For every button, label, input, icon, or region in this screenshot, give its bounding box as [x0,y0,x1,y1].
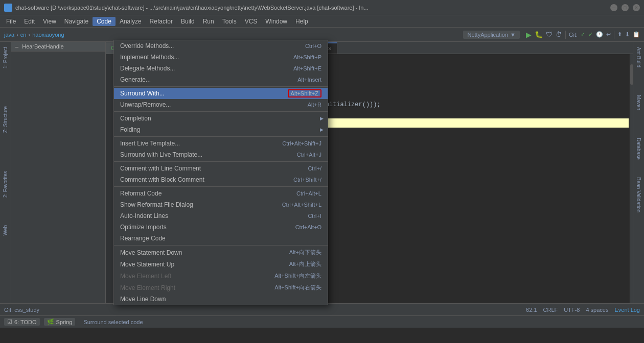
right-tab-antbuild[interactable]: Ant Build [634,44,643,70]
menu-comment-block-shortcut: Ctrl+Shift+/ [293,177,321,183]
todo-icon: ☑ [7,318,12,325]
spring-icon: 🌿 [47,318,54,325]
git-history[interactable]: 🕐 [596,31,603,38]
menu-file[interactable]: File [2,17,20,26]
menu-code[interactable]: Code [93,17,116,26]
line-ending[interactable]: CRLF [543,307,558,313]
menu-move-line-down[interactable]: Move Line Down [114,293,328,305]
window-controls: ─ □ ✕ [610,4,640,11]
menu-edit[interactable]: Edit [20,17,39,26]
menu-insert-live-template[interactable]: Insert Live Template... Ctrl+Alt+Shift+J [114,138,328,149]
breadcrumb-haoxiaoyong[interactable]: haoxiaoyong [32,32,64,38]
status-right: 62:1 CRLF UTF-8 4 spaces Event Log [526,307,640,313]
menu-window[interactable]: Window [261,17,291,26]
spring-tab[interactable]: 🌿 Spring [44,318,76,326]
sidebar-tab-structure[interactable]: Z: Structure [1,103,10,136]
breadcrumb-cn[interactable]: cn [20,32,27,38]
vcs-history[interactable]: 📋 [633,31,640,38]
vcs-pull[interactable]: ⬇ [625,31,630,38]
menu-run[interactable]: Run [199,17,218,26]
tab-close-wsserver[interactable]: ✕ [328,46,332,52]
menu-move-line-down-label: Move Line Down [120,296,321,303]
left-sidebar: 1: Project Z: Structure 2: Favorites Web [0,42,11,303]
menu-folding[interactable]: Folding [114,124,328,135]
menu-optimize-imports[interactable]: Optimize Imports Ctrl+Alt+O [114,222,328,233]
menu-move-statement-down-shortcut: Alt+向下箭头 [289,249,321,256]
menu-move-element-right-shortcut: Alt+Shift+向右箭头 [274,284,321,291]
menu-comment-line[interactable]: Comment with Line Comment Ctrl+/ [114,163,328,174]
git-check1[interactable]: ✓ [581,31,585,38]
sidebar-tab-favorites[interactable]: 2: Favorites [1,168,10,201]
menu-move-element-left-label: Move Element Left [120,273,254,280]
menu-move-statement-down[interactable]: Move Statement Down Alt+向下箭头 [114,247,328,258]
title-bar: chat-software [D:\workspace01\study\chat… [0,0,644,15]
menu-surround-with[interactable]: Surround With... Alt+Shift+Z [114,88,328,99]
menu-generate-label: Generate... [120,76,277,83]
breadcrumb-sep1: › [16,32,18,38]
file-encoding[interactable]: UTF-8 [564,307,580,313]
run-button[interactable]: ▶ [526,31,532,39]
maximize-button[interactable]: □ [622,4,629,11]
breadcrumb-sep2: › [28,32,30,38]
right-tab-beanvalidation[interactable]: Bean Validation [634,174,643,215]
menu-rearrange-code[interactable]: Rearrange Code [114,233,328,244]
profile-button[interactable]: ⏱ [556,31,562,38]
menu-show-reformat-label: Show Reformat File Dialog [120,201,262,208]
dropdown-menu-panel: Override Methods... Ctrl+O Implement Met… [113,40,328,305]
menu-delegate-methods[interactable]: Delegate Methods... Alt+Shift+E [114,63,328,74]
menu-analyze[interactable]: Analyze [116,17,146,26]
menu-implement-methods-label: Implement Methods... [120,54,273,61]
menu-build[interactable]: Build [177,17,199,26]
menu-move-statement-up[interactable]: Move Statement Up Alt+向上箭头 [114,258,328,270]
right-tab-database[interactable]: Database [634,135,643,163]
menu-view[interactable]: View [39,17,60,26]
menu-comment-block[interactable]: Comment with Block Comment Ctrl+Shift+/ [114,174,328,185]
menu-auto-indent-shortcut: Ctrl+I [308,213,321,219]
git-branch-status: Git: css_study [4,307,39,313]
menu-surround-with-label: Surround With... [120,90,288,97]
coverage-button[interactable]: 🛡 [546,31,553,38]
app-icon [4,4,12,12]
menu-auto-indent[interactable]: Auto-Indent Lines Ctrl+I [114,210,328,222]
bottom-bar: ☑ 6: TODO 🌿 Spring Surround selected cod… [0,315,644,328]
menu-navigate[interactable]: Navigate [60,17,93,26]
project-header: – HearBeatHandle [11,42,105,52]
collapse-icon[interactable]: – [15,43,18,50]
git-rollback[interactable]: ↩ [606,31,611,38]
sidebar-tab-web[interactable]: Web [1,222,10,238]
run-config-selector[interactable]: NettyApplication ▼ [463,31,519,39]
menu-unwrap-remove[interactable]: Unwrap/Remove... Alt+R [114,99,328,110]
menu-reformat-code-shortcut: Ctrl+Alt+L [296,190,321,197]
event-log-link[interactable]: Event Log [614,307,640,313]
right-sidebar: Ant Build Maven Database Bean Validation [633,42,644,303]
menu-sep-5 [114,186,328,187]
scrollbar-thumb[interactable] [630,64,633,85]
breadcrumb-java[interactable]: java [4,32,14,38]
git-check2[interactable]: ✓ [588,31,593,38]
menu-generate[interactable]: Generate... Alt+Insert [114,74,328,85]
close-button[interactable]: ✕ [633,4,640,11]
debug-button[interactable]: 🐛 [535,31,543,38]
scrollbar-track[interactable] [630,54,633,303]
indent-setting[interactable]: 4 spaces [586,307,608,313]
status-text: Surround selected code [83,319,143,325]
menu-sep-4 [114,161,328,162]
menu-tools[interactable]: Tools [218,17,241,26]
menu-surround-live-template[interactable]: Surround with Live Template... Ctrl+Alt+… [114,149,328,160]
menu-override-methods[interactable]: Override Methods... Ctrl+O [114,40,328,52]
menu-refactor[interactable]: Refactor [146,17,177,26]
menu-move-element-right-label: Move Element Right [120,284,254,291]
menu-vcs[interactable]: VCS [241,17,262,26]
todo-tab[interactable]: ☑ 6: TODO [4,318,40,326]
minimize-button[interactable]: ─ [610,4,617,11]
menu-reformat-code[interactable]: Reformat Code Ctrl+Alt+L [114,188,328,199]
vcs-push[interactable]: ⬆ [617,31,622,38]
code-menu-dropdown: Override Methods... Ctrl+O Implement Met… [113,40,328,305]
menu-implement-methods[interactable]: Implement Methods... Alt+Shift+P [114,52,328,63]
menu-completion[interactable]: Completion [114,113,328,124]
menu-show-reformat[interactable]: Show Reformat File Dialog Ctrl+Alt+Shift… [114,199,328,210]
sidebar-tab-project[interactable]: 1: Project [1,44,10,71]
status-left: Git: css_study [4,307,39,313]
menu-help[interactable]: Help [291,17,312,26]
right-tab-maven[interactable]: Maven [634,92,643,113]
